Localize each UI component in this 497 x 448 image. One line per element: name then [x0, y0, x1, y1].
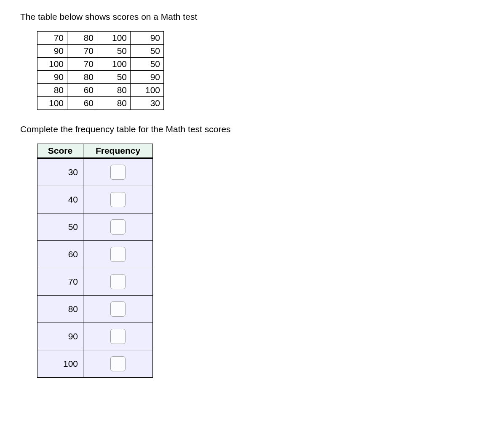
score-value: 70: [37, 268, 83, 296]
score-cell: 50: [131, 45, 164, 58]
score-cell: 80: [67, 32, 97, 45]
score-header: Score: [37, 144, 83, 158]
score-cell: 90: [37, 45, 67, 58]
score-cell: 50: [97, 45, 131, 58]
table-row: 50: [37, 213, 153, 241]
table-row: 60: [37, 241, 153, 268]
score-cell: 80: [67, 71, 97, 84]
frequency-cell: [83, 268, 153, 296]
table-row: 70: [37, 268, 153, 296]
score-cell: 80: [97, 84, 131, 97]
table-row: 70 80 100 90: [37, 32, 164, 45]
score-cell: 80: [37, 84, 67, 97]
score-cell: 90: [37, 71, 67, 84]
score-cell: 90: [131, 71, 164, 84]
frequency-input[interactable]: [110, 274, 126, 289]
score-value: 90: [37, 323, 83, 350]
score-cell: 30: [131, 97, 164, 110]
frequency-input[interactable]: [110, 301, 126, 317]
score-value: 100: [37, 350, 83, 378]
table-row: 100 70 100 50: [37, 58, 164, 71]
frequency-cell: [83, 241, 153, 268]
score-value: 50: [37, 213, 83, 241]
table-row: 80 60 80 100: [37, 84, 164, 97]
table-row: 100 60 80 30: [37, 97, 164, 110]
score-cell: 60: [67, 97, 97, 110]
frequency-table: Score Frequency 30 40: [37, 144, 153, 378]
score-value: 80: [37, 296, 83, 323]
intro-text: The table below shows scores on a Math t…: [20, 12, 477, 22]
score-cell: 100: [37, 97, 67, 110]
frequency-input[interactable]: [110, 247, 126, 262]
frequency-cell: [83, 323, 153, 350]
frequency-input[interactable]: [110, 165, 126, 180]
score-cell: 70: [67, 58, 97, 71]
frequency-cell: [83, 213, 153, 241]
frequency-cell: [83, 186, 153, 213]
score-cell: 100: [97, 58, 131, 71]
score-value: 40: [37, 186, 83, 213]
table-row: 40: [37, 186, 153, 213]
frequency-header: Frequency: [83, 144, 153, 158]
table-row: 90: [37, 323, 153, 350]
score-value: 60: [37, 241, 83, 268]
frequency-input[interactable]: [110, 356, 126, 371]
table-row: 90 70 50 50: [37, 45, 164, 58]
score-cell: 100: [37, 58, 67, 71]
score-cell: 80: [97, 97, 131, 110]
score-cell: 50: [131, 58, 164, 71]
score-cell: 50: [97, 71, 131, 84]
frequency-cell: [83, 296, 153, 323]
score-cell: 100: [97, 32, 131, 45]
score-cell: 90: [131, 32, 164, 45]
frequency-cell: [83, 158, 153, 186]
score-cell: 70: [67, 45, 97, 58]
table-row: 80: [37, 296, 153, 323]
score-value: 30: [37, 158, 83, 186]
instruction-text: Complete the frequency table for the Mat…: [20, 124, 477, 134]
frequency-input[interactable]: [110, 219, 126, 235]
score-cell: 70: [37, 32, 67, 45]
table-row: 100: [37, 350, 153, 378]
frequency-input[interactable]: [110, 192, 126, 207]
frequency-cell: [83, 350, 153, 378]
table-row: 90 80 50 90: [37, 71, 164, 84]
score-cell: 100: [131, 84, 164, 97]
scores-table: 70 80 100 90 90 70 50 50 100 70 100 50: [37, 31, 164, 110]
table-row: 30: [37, 158, 153, 186]
score-cell: 60: [67, 84, 97, 97]
frequency-input[interactable]: [110, 329, 126, 344]
